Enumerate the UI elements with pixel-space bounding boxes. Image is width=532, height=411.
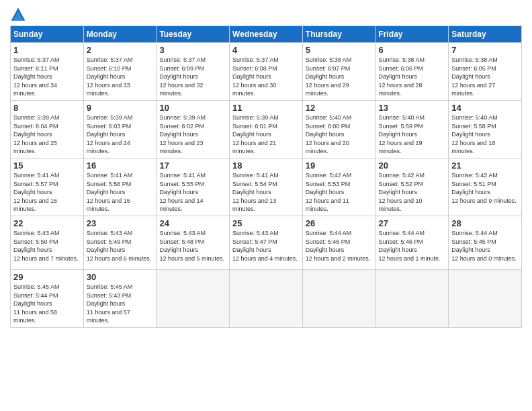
week-row-1: 1 Sunrise: 5:37 AM Sunset: 6:11 PM Dayli… bbox=[11, 43, 522, 101]
calendar-cell: 20 Sunrise: 5:42 AM Sunset: 5:52 PM Dayl… bbox=[375, 158, 449, 216]
day-number: 29 bbox=[13, 272, 81, 282]
day-info: Sunrise: 5:39 AM Sunset: 6:02 PM Dayligh… bbox=[159, 113, 226, 156]
calendar-cell: 5 Sunrise: 5:38 AM Sunset: 6:07 PM Dayli… bbox=[302, 43, 375, 101]
day-header-saturday: Saturday bbox=[449, 26, 522, 43]
day-info: Sunrise: 5:41 AM Sunset: 5:54 PM Dayligh… bbox=[232, 171, 300, 214]
calendar-cell: 25 Sunrise: 5:43 AM Sunset: 5:47 PM Dayl… bbox=[230, 216, 303, 269]
calendar-cell: 1 Sunrise: 5:37 AM Sunset: 6:11 PM Dayli… bbox=[11, 43, 84, 101]
day-header-friday: Friday bbox=[375, 26, 449, 43]
calendar-cell: 29 Sunrise: 5:45 AM Sunset: 5:44 PM Dayl… bbox=[11, 269, 84, 327]
week-row-3: 15 Sunrise: 5:41 AM Sunset: 5:57 PM Dayl… bbox=[11, 158, 522, 216]
day-number: 6 bbox=[379, 45, 446, 55]
day-header-wednesday: Wednesday bbox=[230, 26, 303, 43]
day-number: 28 bbox=[451, 218, 519, 228]
day-number: 17 bbox=[159, 161, 226, 171]
day-number: 11 bbox=[232, 103, 300, 113]
day-info: Sunrise: 5:42 AM Sunset: 5:53 PM Dayligh… bbox=[306, 171, 373, 214]
calendar-cell: 13 Sunrise: 5:40 AM Sunset: 5:59 PM Dayl… bbox=[375, 100, 449, 158]
day-info: Sunrise: 5:44 AM Sunset: 5:45 PM Dayligh… bbox=[451, 229, 519, 263]
day-number: 26 bbox=[306, 218, 373, 228]
day-number: 20 bbox=[379, 161, 446, 171]
day-number: 19 bbox=[306, 161, 373, 171]
day-number: 15 bbox=[13, 161, 81, 171]
day-number: 10 bbox=[159, 103, 226, 113]
day-number: 9 bbox=[87, 103, 154, 113]
day-info: Sunrise: 5:40 AM Sunset: 6:00 PM Dayligh… bbox=[306, 113, 373, 156]
day-info: Sunrise: 5:41 AM Sunset: 5:57 PM Dayligh… bbox=[13, 171, 81, 214]
day-number: 7 bbox=[451, 45, 519, 55]
calendar-cell: 7 Sunrise: 5:38 AM Sunset: 6:05 PM Dayli… bbox=[449, 43, 522, 101]
calendar-cell: 22 Sunrise: 5:43 AM Sunset: 5:50 PM Dayl… bbox=[11, 216, 84, 269]
day-info: Sunrise: 5:42 AM Sunset: 5:52 PM Dayligh… bbox=[379, 171, 446, 214]
logo bbox=[10, 7, 29, 23]
calendar-cell: 17 Sunrise: 5:41 AM Sunset: 5:55 PM Dayl… bbox=[157, 158, 230, 216]
day-number: 18 bbox=[232, 161, 300, 171]
day-info: Sunrise: 5:37 AM Sunset: 6:09 PM Dayligh… bbox=[159, 56, 226, 98]
week-row-5: 29 Sunrise: 5:45 AM Sunset: 5:44 PM Dayl… bbox=[11, 269, 522, 327]
calendar-cell: 9 Sunrise: 5:39 AM Sunset: 6:03 PM Dayli… bbox=[83, 100, 157, 158]
week-row-2: 8 Sunrise: 5:39 AM Sunset: 6:04 PM Dayli… bbox=[11, 100, 522, 158]
calendar-cell bbox=[449, 269, 522, 327]
page-header bbox=[10, 7, 522, 23]
day-info: Sunrise: 5:39 AM Sunset: 6:04 PM Dayligh… bbox=[13, 113, 81, 156]
day-number: 8 bbox=[13, 103, 81, 113]
day-info: Sunrise: 5:43 AM Sunset: 5:47 PM Dayligh… bbox=[232, 229, 300, 263]
day-info: Sunrise: 5:38 AM Sunset: 6:05 PM Dayligh… bbox=[451, 56, 519, 98]
day-number: 4 bbox=[232, 45, 300, 55]
day-info: Sunrise: 5:37 AM Sunset: 6:11 PM Dayligh… bbox=[13, 56, 81, 98]
day-number: 22 bbox=[13, 218, 81, 228]
day-info: Sunrise: 5:40 AM Sunset: 5:58 PM Dayligh… bbox=[451, 113, 519, 156]
day-info: Sunrise: 5:39 AM Sunset: 6:01 PM Dayligh… bbox=[232, 113, 300, 156]
calendar-cell: 11 Sunrise: 5:39 AM Sunset: 6:01 PM Dayl… bbox=[230, 100, 303, 158]
week-row-4: 22 Sunrise: 5:43 AM Sunset: 5:50 PM Dayl… bbox=[11, 216, 522, 269]
calendar-cell: 3 Sunrise: 5:37 AM Sunset: 6:09 PM Dayli… bbox=[157, 43, 230, 101]
calendar-cell bbox=[230, 269, 303, 327]
day-info: Sunrise: 5:41 AM Sunset: 5:55 PM Dayligh… bbox=[159, 171, 226, 214]
day-number: 13 bbox=[379, 103, 446, 113]
calendar-cell bbox=[302, 269, 375, 327]
day-info: Sunrise: 5:39 AM Sunset: 6:03 PM Dayligh… bbox=[87, 113, 154, 156]
day-number: 2 bbox=[87, 45, 154, 55]
day-info: Sunrise: 5:43 AM Sunset: 5:49 PM Dayligh… bbox=[87, 229, 154, 263]
day-number: 16 bbox=[87, 161, 154, 171]
calendar-cell: 23 Sunrise: 5:43 AM Sunset: 5:49 PM Dayl… bbox=[83, 216, 157, 269]
day-number: 30 bbox=[87, 272, 154, 282]
day-number: 23 bbox=[87, 218, 154, 228]
day-info: Sunrise: 5:38 AM Sunset: 6:07 PM Dayligh… bbox=[306, 56, 373, 98]
calendar-cell: 12 Sunrise: 5:40 AM Sunset: 6:00 PM Dayl… bbox=[302, 100, 375, 158]
calendar-cell: 4 Sunrise: 5:37 AM Sunset: 6:08 PM Dayli… bbox=[230, 43, 303, 101]
day-number: 12 bbox=[306, 103, 373, 113]
day-info: Sunrise: 5:44 AM Sunset: 5:46 PM Dayligh… bbox=[306, 229, 373, 263]
day-info: Sunrise: 5:40 AM Sunset: 5:59 PM Dayligh… bbox=[379, 113, 446, 156]
day-number: 5 bbox=[306, 45, 373, 55]
day-info: Sunrise: 5:37 AM Sunset: 6:10 PM Dayligh… bbox=[87, 56, 154, 98]
calendar-cell bbox=[375, 269, 449, 327]
day-info: Sunrise: 5:45 AM Sunset: 5:44 PM Dayligh… bbox=[13, 283, 81, 325]
calendar-header-row: SundayMondayTuesdayWednesdayThursdayFrid… bbox=[11, 26, 522, 43]
calendar-cell: 6 Sunrise: 5:38 AM Sunset: 6:06 PM Dayli… bbox=[375, 43, 449, 101]
calendar-cell: 27 Sunrise: 5:44 AM Sunset: 5:46 PM Dayl… bbox=[375, 216, 449, 269]
calendar-cell: 15 Sunrise: 5:41 AM Sunset: 5:57 PM Dayl… bbox=[11, 158, 84, 216]
day-info: Sunrise: 5:43 AM Sunset: 5:48 PM Dayligh… bbox=[159, 229, 226, 263]
day-info: Sunrise: 5:41 AM Sunset: 5:56 PM Dayligh… bbox=[87, 171, 154, 214]
calendar-cell: 24 Sunrise: 5:43 AM Sunset: 5:48 PM Dayl… bbox=[157, 216, 230, 269]
day-number: 27 bbox=[379, 218, 446, 228]
calendar-cell: 16 Sunrise: 5:41 AM Sunset: 5:56 PM Dayl… bbox=[83, 158, 157, 216]
calendar-cell bbox=[157, 269, 230, 327]
day-number: 3 bbox=[159, 45, 226, 55]
calendar-cell: 2 Sunrise: 5:37 AM Sunset: 6:10 PM Dayli… bbox=[83, 43, 157, 101]
day-header-monday: Monday bbox=[83, 26, 157, 43]
day-info: Sunrise: 5:43 AM Sunset: 5:50 PM Dayligh… bbox=[13, 229, 81, 263]
calendar-body: 1 Sunrise: 5:37 AM Sunset: 6:11 PM Dayli… bbox=[11, 43, 522, 328]
day-info: Sunrise: 5:42 AM Sunset: 5:51 PM Dayligh… bbox=[451, 171, 519, 205]
calendar-cell: 10 Sunrise: 5:39 AM Sunset: 6:02 PM Dayl… bbox=[157, 100, 230, 158]
day-header-tuesday: Tuesday bbox=[157, 26, 230, 43]
day-info: Sunrise: 5:45 AM Sunset: 5:43 PM Dayligh… bbox=[87, 283, 154, 325]
day-info: Sunrise: 5:38 AM Sunset: 6:06 PM Dayligh… bbox=[379, 56, 446, 98]
calendar-cell: 21 Sunrise: 5:42 AM Sunset: 5:51 PM Dayl… bbox=[449, 158, 522, 216]
day-number: 1 bbox=[13, 45, 81, 55]
calendar-cell: 19 Sunrise: 5:42 AM Sunset: 5:53 PM Dayl… bbox=[302, 158, 375, 216]
day-number: 21 bbox=[451, 161, 519, 171]
day-header-sunday: Sunday bbox=[11, 26, 84, 43]
calendar-cell: 14 Sunrise: 5:40 AM Sunset: 5:58 PM Dayl… bbox=[449, 100, 522, 158]
